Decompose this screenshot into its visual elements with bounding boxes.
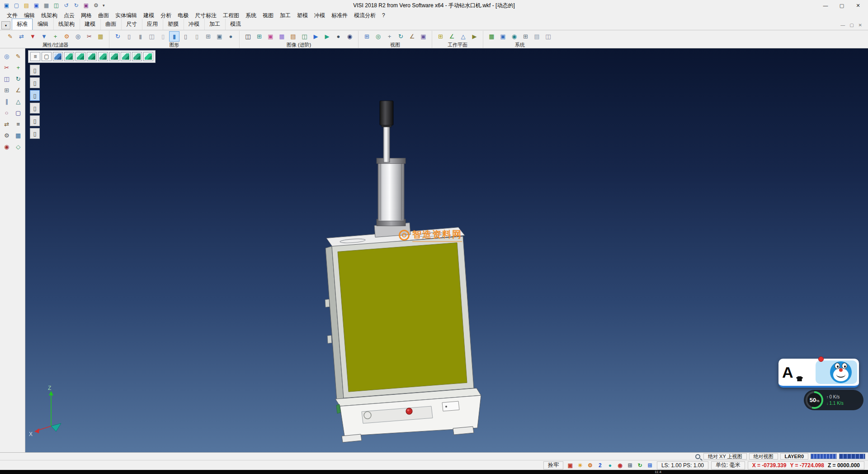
screen-config-icon[interactable]: ▣ <box>498 31 508 42</box>
tab[interactable]: 标准 <box>12 19 33 30</box>
menu-item[interactable]: 加工 <box>277 11 294 20</box>
line-style-bar[interactable] <box>839 454 865 459</box>
close-button[interactable]: ✕ <box>850 1 866 10</box>
tab[interactable]: 曲面 <box>100 19 121 30</box>
tab[interactable]: 线架构 <box>53 19 80 30</box>
display-list-6-icon[interactable]: ▯ <box>30 128 40 139</box>
filter-red-icon[interactable]: ▼ <box>28 31 38 42</box>
color-table-icon[interactable]: ▦ <box>486 31 497 42</box>
redo-icon[interactable]: ↻ <box>71 1 81 10</box>
target-point-icon[interactable]: ◉ <box>1 142 12 152</box>
tab[interactable]: 模流 <box>225 19 246 30</box>
save-icon[interactable]: ▣ <box>32 1 41 10</box>
help-2-icon[interactable]: 2 <box>596 461 604 469</box>
display-list-2-icon[interactable]: ▯ <box>30 77 40 88</box>
tab[interactable]: 冲模 <box>184 19 204 30</box>
units-field[interactable]: 单位: 毫米 <box>711 461 745 469</box>
half-shade-icon[interactable]: ◫ <box>146 31 157 42</box>
os-taskbar[interactable]: 11:4 <box>0 470 868 474</box>
wireframe-cylinder-icon[interactable]: ▯ <box>124 31 134 42</box>
vertex-diamond-icon[interactable]: ◇ <box>13 142 24 152</box>
globe-icon[interactable]: ◉ <box>509 31 519 42</box>
filter-blue-icon[interactable]: ▼ <box>39 31 49 42</box>
record-red-icon[interactable]: ◉ <box>616 461 624 469</box>
rectangle-tool-icon[interactable]: ▢ <box>13 108 24 118</box>
grid-snap-icon[interactable]: ⊞ <box>1 85 12 95</box>
properties-pencil-icon[interactable]: ✎ <box>5 31 15 42</box>
add-point-icon[interactable]: + <box>13 62 24 72</box>
grid-blue-icon[interactable]: ⊞ <box>646 461 654 469</box>
workplane-3point-icon[interactable]: △ <box>458 31 468 42</box>
active-layer-field[interactable]: LAYER0 <box>780 453 808 460</box>
tab[interactable]: 加工 <box>204 19 225 30</box>
data-table-icon[interactable]: ⊞ <box>520 31 531 42</box>
scale-field[interactable]: LS: 1.00 PS: 1.00 <box>657 461 708 469</box>
brightness-icon[interactable]: ☀ <box>576 461 585 469</box>
snapshot-icon[interactable]: ▣ <box>566 461 575 469</box>
clean-attributes-icon[interactable]: ▦ <box>95 31 106 42</box>
tab[interactable]: 尺寸 <box>121 19 142 30</box>
mdi-restore-button[interactable]: ▢ <box>849 23 854 28</box>
display-list-5-icon[interactable]: ▯ <box>30 115 40 126</box>
mirror-tool-icon[interactable]: ◫ <box>1 74 12 84</box>
menu-item[interactable]: 视图 <box>259 11 277 20</box>
display-list-4-icon[interactable]: ▯ <box>30 103 40 114</box>
print-icon[interactable]: ▦ <box>42 1 51 10</box>
view-mode-field[interactable]: 绝对 XY 上视图 <box>703 453 747 460</box>
menu-item[interactable]: ? <box>379 11 388 19</box>
sphere-teal-icon[interactable]: ● <box>606 461 614 469</box>
capture-icon[interactable]: ▣ <box>81 1 91 10</box>
tab[interactable]: 编辑 <box>33 19 53 30</box>
regenerate-icon[interactable]: ↻ <box>113 31 123 42</box>
minimize-button[interactable]: — <box>817 1 834 10</box>
view-right-icon[interactable] <box>98 52 108 61</box>
multi-window-icon[interactable]: ⊞ <box>254 31 264 42</box>
clip-plane-icon[interactable]: ▶ <box>311 31 321 42</box>
filter-settings-icon[interactable]: ⚙ <box>61 31 72 42</box>
display-list-1-icon[interactable]: ▯ <box>30 65 40 76</box>
preview-icon[interactable]: ◫ <box>52 1 61 10</box>
selection-tool-icon[interactable]: ◎ <box>1 51 12 61</box>
tab[interactable]: 应用 <box>142 19 163 30</box>
snap-lock-field[interactable]: 拴牢 <box>543 461 563 469</box>
filter-add-icon[interactable]: + <box>50 31 61 42</box>
texture-icon[interactable]: ▤ <box>288 31 298 42</box>
edge-display-icon[interactable]: ▯ <box>180 31 191 42</box>
undo-icon[interactable]: ↺ <box>61 1 71 10</box>
visi-app-icon[interactable]: ▣ <box>2 1 11 10</box>
normals-icon[interactable]: ▶ <box>322 31 332 42</box>
view-dynamic-icon[interactable] <box>53 52 63 61</box>
pan-icon[interactable]: + <box>384 31 395 42</box>
measure-icon[interactable]: ∠ <box>407 31 417 42</box>
3d-viewport[interactable]: ≡ ▢ <box>25 48 868 452</box>
maximize-button[interactable]: ▢ <box>834 1 850 10</box>
mdi-close-button[interactable]: ✕ <box>859 23 862 28</box>
zoom-window-icon[interactable]: ⊞ <box>362 31 372 42</box>
mdi-minimize-button[interactable]: — <box>840 23 845 28</box>
image-color-icon[interactable]: ▣ <box>265 31 276 42</box>
histogram-icon[interactable]: ▦ <box>277 31 287 42</box>
open-file-icon[interactable]: ▤ <box>22 1 31 10</box>
polygon-tool-icon[interactable]: △ <box>13 96 24 106</box>
view-back-icon[interactable] <box>109 52 119 61</box>
stereo-view-icon[interactable]: ◫ <box>243 31 253 42</box>
shaded-cylinder-icon[interactable]: ▮ <box>135 31 146 42</box>
rotate-view-icon[interactable]: ↻ <box>396 31 406 42</box>
speed-gauge-widget[interactable]: 50% ↑0 K/s ↓1.1 K/s <box>804 390 863 410</box>
rotate-tool-icon[interactable]: ↻ <box>13 74 24 84</box>
transparent-cylinder-icon[interactable]: ▯ <box>158 31 168 42</box>
active-shading-icon[interactable]: ▮ <box>169 31 179 42</box>
workplane-normal-icon[interactable]: ▶ <box>469 31 480 42</box>
swap-view-icon[interactable]: ⇄ <box>1 119 12 129</box>
erase-filter-icon[interactable]: ✂ <box>84 31 94 42</box>
menu-item[interactable]: 模流分析 <box>351 11 379 20</box>
menu-item[interactable]: 塑模 <box>294 11 311 20</box>
view-iso-ne-icon[interactable] <box>121 52 131 61</box>
match-attributes-icon[interactable]: ⇄ <box>16 31 27 42</box>
section-view-icon[interactable]: ◫ <box>299 31 310 42</box>
gear-orange-icon[interactable]: ⚙ <box>586 461 594 469</box>
fill-region-icon[interactable]: ▦ <box>13 130 24 140</box>
tab[interactable]: 建模 <box>80 19 100 30</box>
analysis-icon[interactable]: ◫ <box>543 31 553 42</box>
grid-gray-icon[interactable]: ⊞ <box>626 461 634 469</box>
